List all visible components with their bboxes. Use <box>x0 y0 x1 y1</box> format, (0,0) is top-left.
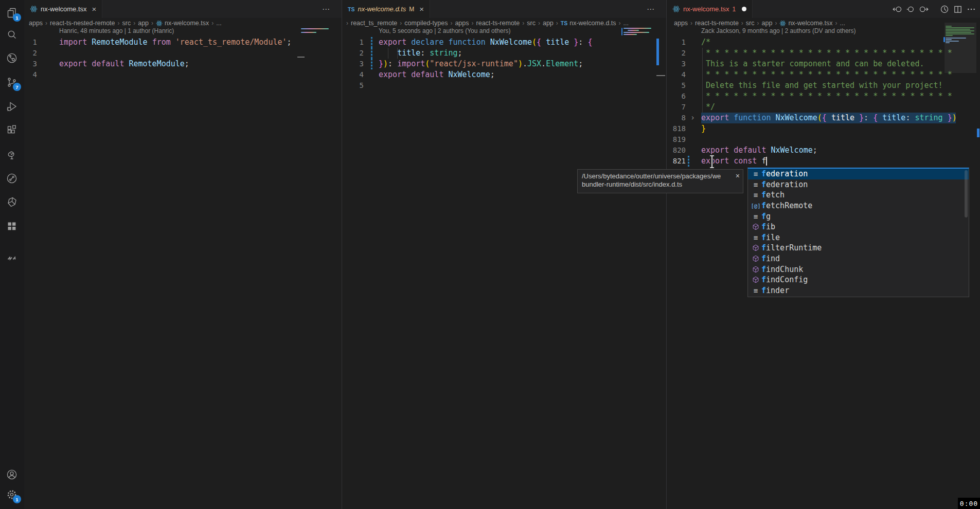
breadcrumb-item[interactable]: ... <box>840 20 845 27</box>
line-number: 818 <box>667 123 686 134</box>
breadcrumb-item[interactable]: ... <box>623 20 629 27</box>
suggest-item-fetchRemote[interactable]: [@]fetchRemote <box>748 201 969 211</box>
source-control-icon[interactable]: 7 <box>6 76 18 88</box>
close-icon[interactable]: × <box>419 5 424 13</box>
code-line[interactable]: 1export declare function NxWelcome({ tit… <box>342 37 666 48</box>
codelens-blame[interactable]: Hanric, 48 minutes ago | 1 author (Hanri… <box>59 27 174 37</box>
run-debug-icon[interactable] <box>6 100 18 113</box>
breadcrumb-item[interactable]: react_ts_remote <box>351 20 397 27</box>
suggest-item-findConfig[interactable]: findConfig <box>748 275 969 285</box>
close-icon[interactable]: × <box>92 5 97 13</box>
code-line[interactable]: 8›export function NxWelcome({ title }: {… <box>667 113 980 123</box>
split-editor-icon[interactable] <box>953 5 963 14</box>
breadcrumb: ›react_ts_remote›compiled-types›apps›rea… <box>342 18 666 28</box>
code-line[interactable]: 3export default RemoteModule; <box>24 59 342 69</box>
polyhedron-icon[interactable] <box>6 196 18 208</box>
code-line[interactable]: 4export default NxWelcome; <box>342 69 666 80</box>
editor-sash-1[interactable] <box>342 0 342 509</box>
suggest-item-finder[interactable]: ≡finder <box>748 285 969 296</box>
breadcrumb-item[interactable]: app <box>543 20 554 27</box>
suggest-item-fetch[interactable]: ≡fetch <box>748 190 969 201</box>
code-line[interactable]: 2 title: string; <box>342 48 666 59</box>
code-line[interactable]: 6 * * * * * * * * * * * * * * * * * * * … <box>667 91 980 102</box>
breadcrumb-separator: › <box>556 20 558 27</box>
code-line[interactable]: 2 * * * * * * * * * * * * * * * * * * * … <box>667 48 980 59</box>
breadcrumb-item[interactable]: app <box>138 20 149 27</box>
code-line[interactable]: 2 <box>24 48 342 59</box>
open-change-icon[interactable] <box>906 5 915 14</box>
tab-nx-welcome.tsx[interactable]: nx-welcome.tsx1 <box>667 0 753 18</box>
code-line[interactable]: 1import RemoteModule from 'react_ts_remo… <box>24 37 342 48</box>
code-line[interactable]: 3}): import("react/jsx-runtime").JSX.Ele… <box>342 59 666 69</box>
code-line[interactable]: 821export const f <box>667 156 980 167</box>
code-line[interactable]: 819 <box>667 134 980 145</box>
breadcrumb-item[interactable]: ... <box>216 20 221 27</box>
breadcrumb-item[interactable]: apps <box>674 20 688 27</box>
code-line[interactable]: 1/* <box>667 37 980 48</box>
more-actions-icon[interactable] <box>967 5 976 14</box>
breadcrumb-item[interactable]: src <box>122 20 131 27</box>
breadcrumb-item[interactable]: nx-welcome.tsx <box>156 20 209 27</box>
breadcrumb-item[interactable]: compiled-types <box>404 20 448 27</box>
suggest-item-filterRuntime[interactable]: filterRuntime <box>748 243 969 253</box>
breadcrumb-item[interactable]: src <box>527 20 536 27</box>
breadcrumb-item[interactable]: react-ts-remote <box>476 20 520 27</box>
breadcrumb-item[interactable]: apps <box>455 20 469 27</box>
tree-icon[interactable] <box>6 148 18 160</box>
more-actions-icon[interactable]: ⋯ <box>322 5 330 14</box>
account-icon[interactable] <box>6 468 18 481</box>
breadcrumb-item[interactable]: nx-welcome.tsx <box>779 20 832 27</box>
fold-chevron-icon[interactable]: › <box>690 113 695 123</box>
suggest-item-file[interactable]: ≡file <box>748 232 969 243</box>
line-number: 4 <box>24 69 37 80</box>
code-line[interactable]: 5 Delete this file and get started with … <box>667 80 980 91</box>
breadcrumb-separator: › <box>835 20 838 27</box>
breadcrumb-item[interactable]: src <box>746 20 755 27</box>
code-line[interactable]: 5 <box>342 80 666 91</box>
close-icon[interactable]: × <box>736 172 740 180</box>
gitlens-icon[interactable] <box>6 52 18 64</box>
code-line[interactable]: 7 */ <box>667 102 980 113</box>
suggest-item-findChunk[interactable]: findChunk <box>748 264 969 275</box>
code-line[interactable]: 3 This is a starter component and can be… <box>667 59 980 69</box>
grid-icon[interactable] <box>6 220 18 232</box>
codelens-blame[interactable]: You, 5 seconds ago | 2 authors (You and … <box>379 27 510 37</box>
breadcrumb-item[interactable]: react-ts-remote <box>695 20 739 27</box>
search-icon[interactable] <box>6 28 18 41</box>
tab-nx-welcome.d.ts[interactable]: TSnx-welcome.d.tsM× <box>342 0 430 18</box>
breadcrumb-separator: › <box>211 20 213 27</box>
timeline-icon[interactable] <box>940 5 949 14</box>
suggest-item-find[interactable]: find <box>748 253 969 264</box>
suggest-item-fib[interactable]: fib <box>748 222 969 232</box>
code-line[interactable]: 820export default NxWelcome; <box>667 145 980 156</box>
breadcrumb-separator: › <box>472 20 474 27</box>
next-change-icon[interactable] <box>919 5 929 14</box>
text-suggestion-icon: ≡ <box>750 233 761 242</box>
code-line[interactable]: 4 * * * * * * * * * * * * * * * * * * * … <box>667 69 980 80</box>
method-suggestion-icon <box>750 276 761 283</box>
suggest-item-fg[interactable]: ≡fg <box>748 211 969 222</box>
explorer-icon[interactable]: 1 <box>6 7 18 19</box>
suggest-item-federation[interactable]: ≡federation <box>748 179 969 190</box>
text-caret <box>766 157 767 166</box>
breadcrumb-item[interactable]: app <box>762 20 773 27</box>
prev-change-icon[interactable] <box>893 5 902 14</box>
extensions-icon[interactable] <box>6 124 18 136</box>
minimap-line <box>946 33 974 34</box>
code-line[interactable]: 818} <box>667 123 980 134</box>
more-actions-icon[interactable]: ⋯ <box>647 5 655 14</box>
suggest-item-federation[interactable]: ≡federation <box>748 169 969 179</box>
code-text: export declare function NxWelcome({ titl… <box>379 37 592 48</box>
breadcrumb-item[interactable]: react-ts-nested-remote <box>50 20 115 27</box>
breadcrumb-item[interactable]: apps <box>29 20 43 27</box>
suggest-scrollbar[interactable] <box>965 170 968 217</box>
dirty-indicator[interactable] <box>742 7 746 11</box>
editor-sash-2[interactable] <box>666 0 667 509</box>
code-line[interactable]: 4 <box>24 69 342 80</box>
tab-nx-welcome.tsx[interactable]: nx-welcome.tsx× <box>24 0 102 18</box>
waves-icon[interactable] <box>6 252 18 264</box>
codelens-blame[interactable]: Zack Jackson, 9 months ago | 2 authors (… <box>701 27 856 37</box>
git-history-icon[interactable] <box>6 172 18 185</box>
settings-gear-icon[interactable]: 1 <box>6 488 18 501</box>
breadcrumb-item[interactable]: TSnx-welcome.d.ts <box>561 20 616 27</box>
